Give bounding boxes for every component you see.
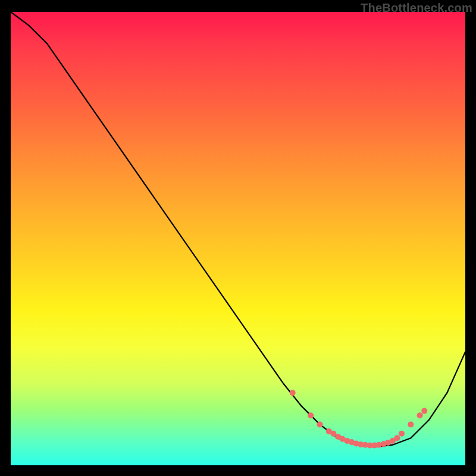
watermark-text: TheBottleneck.com [361, 1, 472, 15]
marker-dot [417, 412, 423, 418]
marker-dot [421, 408, 427, 414]
marker-dot [408, 421, 414, 427]
curve-layer [11, 12, 465, 447]
marker-dot [317, 421, 323, 427]
bottleneck-curve [11, 12, 465, 447]
marker-dot [399, 431, 405, 437]
chart-frame: TheBottleneck.com [0, 0, 476, 476]
chart-svg [0, 0, 476, 476]
marker-dot [290, 390, 296, 396]
marker-dot [308, 412, 314, 418]
marker-dot [394, 435, 400, 441]
